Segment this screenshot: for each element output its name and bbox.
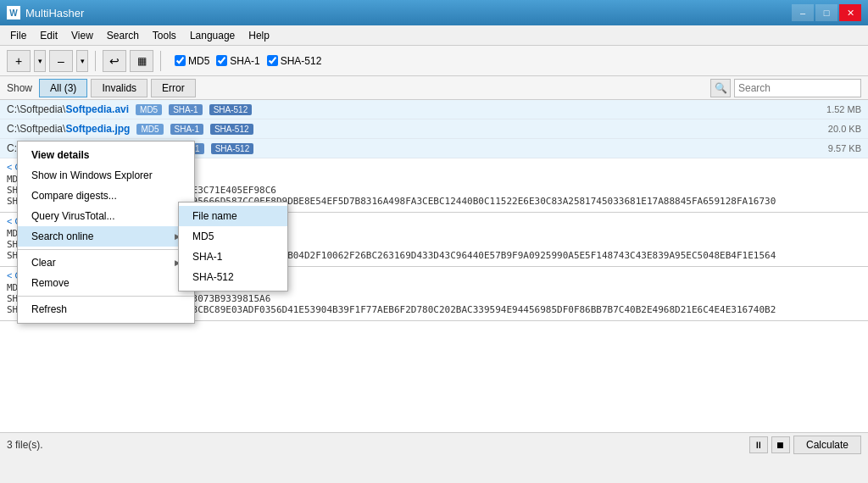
menubar: File Edit View Search Tools Language Hel…: [0, 25, 868, 46]
folder-2: C:\Softpedia\: [7, 123, 65, 135]
app-icon: W: [7, 6, 20, 19]
pause-button[interactable]: ⏸: [749, 436, 768, 453]
md5-checkbox[interactable]: [175, 55, 186, 66]
menu-search[interactable]: Search: [100, 28, 146, 43]
search-icon-button[interactable]: 🔍: [710, 79, 731, 97]
tabbar: Show All (3) Invalids Error 🔍: [0, 76, 868, 100]
ctx-search-online[interactable]: Search online: [18, 226, 194, 247]
ctx-show-in-explorer[interactable]: Show in Windows Explorer: [18, 165, 194, 186]
filename-1: Softpedia.avi: [65, 103, 129, 115]
sha512-label: SHA-512: [281, 55, 322, 67]
ctx-refresh[interactable]: Refresh: [18, 299, 194, 319]
status-text: 3 file(s).: [7, 439, 43, 451]
file-size-3: 9.57 KB: [828, 143, 861, 153]
ctx-compare-digests[interactable]: Compare digests...: [18, 186, 194, 206]
badge-sha512-1: SHA-512: [209, 104, 253, 115]
search-input[interactable]: [734, 79, 861, 97]
statusbar: 3 file(s). ⏸ ⏹ Calculate: [0, 432, 868, 456]
filename-2: Softpedia.jpg: [65, 123, 130, 135]
sub-sha1[interactable]: SHA-1: [179, 247, 287, 267]
file-path-1: C:\Softpedia\Softpedia.avi: [7, 103, 129, 115]
ctx-clear[interactable]: Clear: [18, 253, 194, 273]
titlebar-title: MultiHasher: [25, 7, 84, 19]
remove-dropdown-button[interactable]: ▾: [76, 50, 88, 72]
close-button[interactable]: ✕: [839, 4, 861, 21]
toolbar: + ▾ – ▾ ↩ ▦ MD5 SHA-1 SHA-512: [0, 46, 868, 76]
ctx-view-details[interactable]: View details: [18, 145, 194, 165]
sha1-checkbox[interactable]: [216, 55, 227, 66]
remove-button[interactable]: –: [49, 50, 73, 72]
calculate-button[interactable]: Calculate: [793, 436, 861, 454]
hash-checkboxes: MD5 SHA-1 SHA-512: [175, 55, 321, 67]
file-path-2: C:\Softpedia\Softpedia.jpg: [7, 123, 130, 135]
file-row-left-2: C:\Softpedia\Softpedia.jpg MD5 SHA-1 SHA…: [7, 123, 253, 135]
tab-invalids[interactable]: Invalids: [91, 79, 147, 97]
back-button[interactable]: ↩: [103, 50, 126, 72]
restore-button[interactable]: □: [815, 4, 837, 21]
toolbar-separator-1: [95, 51, 96, 71]
titlebar: W MultiHasher – □ ✕: [0, 0, 868, 25]
sub-md5[interactable]: MD5: [179, 226, 287, 247]
sha1-label: SHA-1: [230, 55, 259, 67]
file-row-left-1: C:\Softpedia\Softpedia.avi MD5 SHA-1 SHA…: [7, 103, 252, 115]
ctx-separator-1: [18, 249, 194, 250]
md5-label: MD5: [188, 55, 209, 67]
context-menu: View details Show in Windows Explorer Co…: [17, 141, 195, 324]
menu-edit[interactable]: Edit: [33, 28, 64, 43]
menu-tools[interactable]: Tools: [146, 28, 183, 43]
options-button[interactable]: ▦: [130, 50, 153, 72]
badge-sha512-3: SHA-512: [211, 143, 254, 154]
submenu: File name MD5 SHA-1 SHA-512: [178, 202, 288, 291]
menu-view[interactable]: View: [64, 28, 100, 43]
sha512-checkbox-label[interactable]: SHA-512: [267, 55, 322, 67]
sub-filename[interactable]: File name: [179, 206, 287, 226]
titlebar-left: W MultiHasher: [7, 6, 84, 19]
toolbar-separator-2: [160, 51, 161, 71]
add-dropdown-button[interactable]: ▾: [34, 50, 46, 72]
sub-sha512[interactable]: SHA-512: [179, 267, 287, 287]
tab-error[interactable]: Error: [151, 79, 196, 97]
folder-1: C:\Softpedia\: [7, 103, 65, 115]
tab-all[interactable]: All (3): [39, 79, 87, 97]
sha512-checkbox[interactable]: [267, 55, 278, 66]
md5-checkbox-label[interactable]: MD5: [175, 55, 209, 67]
show-label: Show: [7, 82, 32, 94]
titlebar-controls: – □ ✕: [792, 4, 861, 21]
file-size-1: 1.52 MB: [826, 104, 861, 114]
file-size-2: 20.0 KB: [828, 124, 861, 134]
add-button[interactable]: +: [7, 50, 31, 72]
main-content: C:\Softpedia\Softpedia.avi MD5 SHA-1 SHA…: [0, 100, 868, 456]
minimize-button[interactable]: –: [792, 4, 814, 21]
status-right: ⏸ ⏹ Calculate: [749, 436, 861, 454]
ctx-query-virustotal[interactable]: Query VirusTotal...: [18, 206, 194, 226]
badge-sha512-2: SHA-512: [210, 124, 253, 135]
badge-md5-1: MD5: [136, 104, 162, 115]
menu-language[interactable]: Language: [183, 28, 242, 43]
sha1-checkbox-label[interactable]: SHA-1: [216, 55, 259, 67]
search-area: 🔍: [710, 79, 861, 97]
menu-file[interactable]: File: [3, 28, 33, 43]
ctx-remove[interactable]: Remove: [18, 273, 194, 293]
file-row-1[interactable]: C:\Softpedia\Softpedia.avi MD5 SHA-1 SHA…: [0, 100, 868, 119]
menu-help[interactable]: Help: [242, 28, 276, 43]
badge-sha1-1: SHA-1: [169, 104, 202, 115]
stop-button[interactable]: ⏹: [771, 436, 790, 453]
ctx-separator-2: [18, 296, 194, 297]
file-row-2[interactable]: C:\Softpedia\Softpedia.jpg MD5 SHA-1 SHA…: [0, 119, 868, 139]
badge-sha1-2: SHA-1: [170, 124, 203, 135]
badge-md5-2: MD5: [136, 124, 163, 135]
